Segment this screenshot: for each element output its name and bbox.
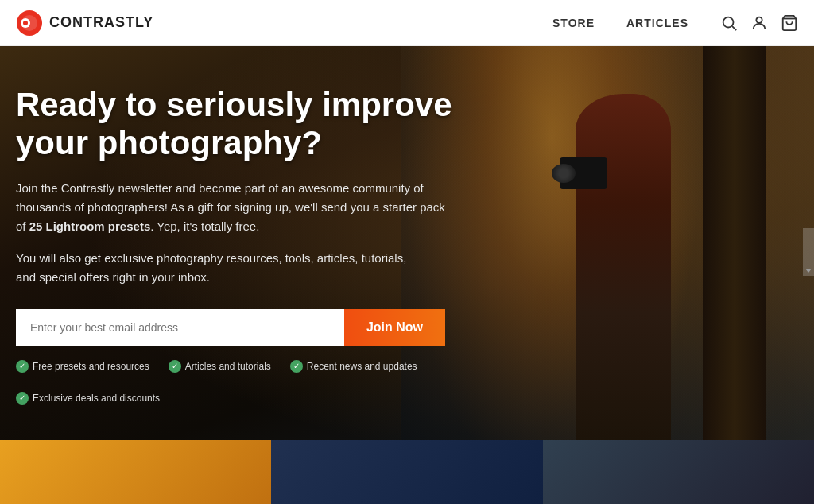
svg-point-6	[756, 17, 762, 22]
subtext1-bold: 25 Lightroom presets	[29, 219, 151, 233]
header: CONTRASTLY STORE ARTICLES	[0, 0, 814, 46]
badges-row: ✓Free presets and resources✓Articles and…	[16, 360, 461, 405]
badge-label: Articles and tutorials	[185, 361, 271, 372]
logo-text: CONTRASTLY	[49, 14, 153, 31]
strip-item-1	[0, 440, 271, 504]
svg-point-4	[723, 17, 734, 27]
main-nav: STORE ARTICLES	[552, 17, 688, 29]
search-icon[interactable]	[720, 14, 738, 32]
subtext1-suffix: . Yep, it's totally free.	[150, 219, 259, 233]
user-icon[interactable]	[750, 14, 768, 32]
hero-content: Ready to seriously improve your photogra…	[16, 86, 461, 405]
badge-label: Free presets and resources	[33, 361, 149, 372]
nav-articles[interactable]: ARTICLES	[626, 17, 688, 29]
badge-check-icon: ✓	[290, 360, 303, 373]
photographer-figure	[552, 94, 711, 475]
badge-item: ✓Recent news and updates	[290, 360, 417, 373]
email-form: Join Now	[16, 309, 445, 346]
hero-headline: Ready to seriously improve your photogra…	[16, 86, 461, 163]
logo-icon	[16, 10, 43, 37]
camera	[560, 157, 607, 189]
svg-marker-8	[805, 269, 812, 273]
bottom-strip	[0, 440, 814, 504]
badge-item: ✓Articles and tutorials	[169, 360, 271, 373]
strip-item-3	[543, 440, 814, 504]
join-now-button[interactable]: Join Now	[344, 309, 445, 346]
badge-item: ✓Free presets and resources	[16, 360, 149, 373]
cart-icon[interactable]	[781, 14, 798, 32]
svg-line-5	[732, 26, 736, 30]
logo-link[interactable]: CONTRASTLY	[16, 10, 153, 37]
email-input[interactable]	[16, 309, 344, 346]
hero-subtext2: You will also get exclusive photography …	[16, 249, 429, 287]
badge-check-icon: ✓	[169, 360, 181, 373]
tree-trunk	[703, 46, 766, 504]
hero-subtext1: Join the Contrastly newsletter and becom…	[16, 179, 445, 236]
photographer-body	[576, 94, 671, 459]
camera-lens	[552, 164, 576, 183]
header-icons	[720, 14, 798, 32]
badge-check-icon: ✓	[16, 360, 29, 373]
hero-section: Ready to seriously improve your photogra…	[0, 46, 814, 504]
nav-store[interactable]: STORE	[552, 17, 595, 29]
svg-point-3	[23, 21, 28, 25]
badge-item: ✓Exclusive deals and discounts	[16, 392, 160, 405]
badge-label: Exclusive deals and discounts	[33, 393, 160, 404]
badge-label: Recent news and updates	[307, 361, 417, 372]
scroll-arrow-icon	[804, 266, 812, 274]
scroll-indicator[interactable]	[803, 228, 814, 276]
strip-item-2	[271, 440, 542, 504]
badge-check-icon: ✓	[16, 392, 29, 405]
